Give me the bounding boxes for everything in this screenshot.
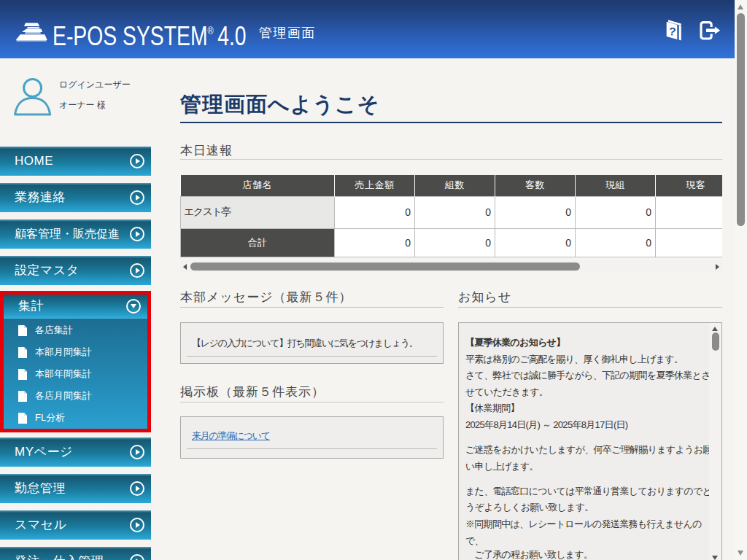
svg-text:?: ? — [668, 25, 676, 38]
